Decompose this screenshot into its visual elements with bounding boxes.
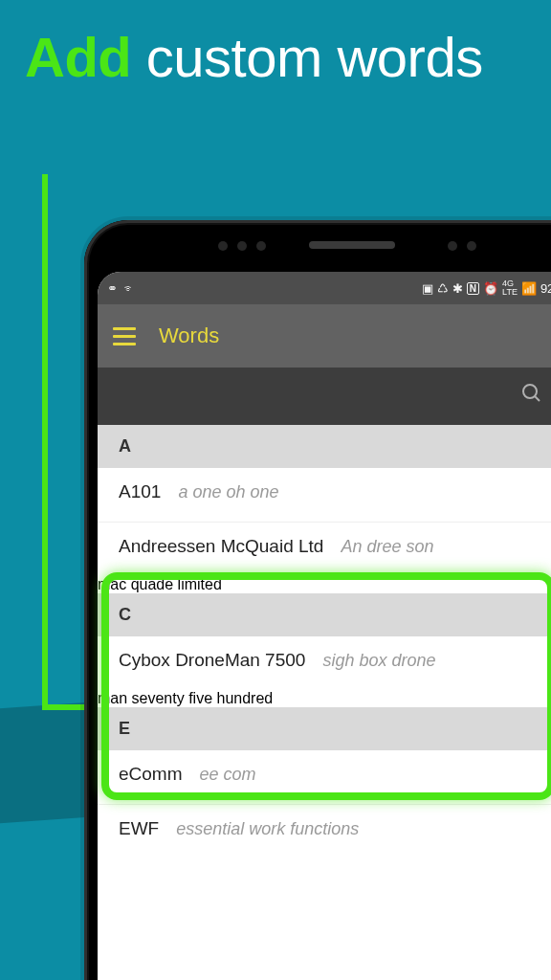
- section-header-c: C: [98, 593, 551, 636]
- list-item[interactable]: eComm ee com: [98, 750, 551, 804]
- voicemail-icon: ⚭: [107, 281, 118, 296]
- svg-point-0: [523, 385, 537, 398]
- menu-icon[interactable]: [113, 327, 136, 345]
- headline-rest: custom words: [131, 26, 482, 88]
- signal-icon: 📶: [521, 281, 537, 296]
- phone-sensor: [256, 241, 266, 251]
- word-text: Cybox DroneMan 7500: [119, 650, 305, 671]
- bluetooth-icon: ✱: [452, 281, 463, 296]
- phone-frame: ⚭ ᯤ ▣ ♺ ✱ N ⏰ 4GLTE 📶 92% ▮ 1:3 Words ?: [84, 220, 551, 980]
- phone-sensor: [218, 241, 228, 251]
- phonetic-text: An dree son: [341, 537, 433, 557]
- list-item[interactable]: A101 a one oh one: [98, 468, 551, 522]
- word-text: Andreessen McQuaid Ltd: [119, 536, 323, 557]
- list-item[interactable]: Andreessen McQuaid Ltd An dree son: [98, 523, 551, 576]
- recycle-icon: ♺: [437, 281, 449, 296]
- phonetic-text: sigh box drone: [322, 651, 435, 671]
- phonetic-text: essential work functions: [176, 819, 359, 839]
- word-text: eComm: [119, 764, 183, 785]
- phonetic-text: a one oh one: [178, 482, 278, 502]
- headline-accent: Add: [25, 26, 131, 88]
- data-icon: 4GLTE: [502, 279, 518, 297]
- word-text: A101: [119, 481, 161, 502]
- page-title: Words: [159, 323, 219, 348]
- battery-saver-icon: ▣: [422, 281, 433, 296]
- word-text: EWF: [119, 818, 159, 839]
- section-header-e: E: [98, 707, 551, 750]
- phone-sensor: [237, 241, 247, 251]
- status-bar: ⚭ ᯤ ▣ ♺ ✱ N ⏰ 4GLTE 📶 92% ▮ 1:3: [98, 272, 551, 304]
- phone-screen: ⚭ ᯤ ▣ ♺ ✱ N ⏰ 4GLTE 📶 92% ▮ 1:3 Words ?: [98, 272, 551, 980]
- callout-pointer-vertical: [42, 174, 48, 710]
- phone-sensor: [467, 241, 476, 251]
- action-bar: +: [98, 368, 551, 425]
- phonetic-text-cont: mac quade limited: [98, 576, 551, 593]
- cast-icon: ᯤ: [123, 281, 136, 296]
- search-icon[interactable]: [520, 382, 543, 411]
- battery-pct: 92%: [540, 281, 551, 296]
- svg-line-1: [535, 396, 540, 401]
- phone-sensor: [448, 241, 457, 251]
- list-item[interactable]: EWF essential work functions: [98, 805, 551, 858]
- phone-earpiece: [309, 241, 395, 249]
- phonetic-text-cont: man seventy five hundred: [98, 690, 551, 707]
- promo-headline: Add custom words: [25, 27, 483, 88]
- nfc-icon: N: [467, 282, 479, 295]
- alarm-icon: ⏰: [483, 281, 498, 296]
- list-item[interactable]: Cybox DroneMan 7500 sigh box drone: [98, 636, 551, 690]
- app-bar: Words ?: [98, 304, 551, 368]
- phonetic-text: ee com: [200, 765, 256, 785]
- section-header-a: A: [98, 425, 551, 468]
